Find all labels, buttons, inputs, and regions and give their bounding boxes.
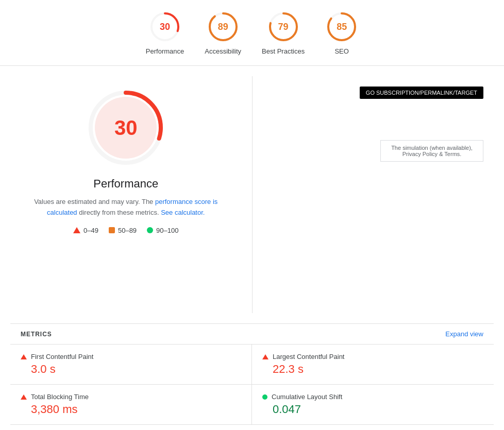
poor-status-icon-tbt [21, 394, 27, 400]
poor-status-icon-fcp [21, 354, 27, 359]
score-item-best-practices[interactable]: 79 Best Practices [262, 10, 305, 55]
score-value-performance: 30 [160, 22, 170, 32]
privacy-notice: The simulation (when available), Privacy… [380, 140, 483, 162]
average-icon [109, 227, 115, 233]
legend-label-good: 90–100 [156, 227, 178, 234]
score-label-accessibility: Accessibility [205, 47, 241, 55]
legend-label-poor: 0–49 [83, 227, 98, 234]
score-value-accessibility: 89 [218, 22, 228, 32]
score-item-accessibility[interactable]: 89 Accessibility [205, 10, 241, 55]
score-circle-accessibility: 89 [207, 10, 240, 43]
metric-name-tbt: Total Blocking Time [31, 393, 89, 401]
metric-value-lcp: 22.3 s [262, 363, 483, 376]
legend-label-average: 50–89 [118, 227, 137, 234]
score-item-performance[interactable]: 30 Performance [146, 10, 184, 55]
main-score-title: Performance [93, 177, 158, 191]
privacy-text: The simulation (when available), Privacy… [391, 145, 473, 157]
metric-header-lcp: Largest Contentful Paint [262, 353, 483, 360]
main-content: 30 Performance Values are estimated and … [0, 66, 504, 323]
good-status-icon-cls [262, 394, 267, 400]
metric-item-si: Speed Index 17.7 s [10, 425, 252, 430]
legend-item-good: 90–100 [147, 227, 178, 234]
metric-value-tbt: 3,380 ms [21, 403, 241, 416]
metric-item-cls: Cumulative Layout Shift 0.047 [252, 385, 494, 425]
metric-name-lcp: Largest Contentful Paint [273, 353, 344, 360]
right-panel: GO SUBSCRIPTION/PERMALINK/TARGET The sim… [253, 76, 505, 313]
ad-text: GO SUBSCRIPTION/PERMALINK/TARGET [366, 90, 477, 96]
ad-banner: GO SUBSCRIPTION/PERMALINK/TARGET [360, 87, 483, 99]
metric-value-fcp: 3.0 s [21, 363, 241, 376]
right-content: GO SUBSCRIPTION/PERMALINK/TARGET The sim… [273, 87, 484, 162]
metric-item-tbt: Total Blocking Time 3,380 ms [10, 385, 252, 425]
metric-header-fcp: First Contentful Paint [21, 353, 241, 360]
expand-view-button[interactable]: Expand view [445, 330, 483, 338]
legend-item-poor: 0–49 [73, 227, 98, 234]
score-item-seo[interactable]: 85 SEO [325, 10, 358, 55]
metric-header-cls: Cumulative Layout Shift [262, 393, 483, 401]
score-value-best-practices: 79 [278, 22, 289, 32]
metric-header-tbt: Total Blocking Time [21, 393, 241, 401]
metrics-grid: First Contentful Paint 3.0 s Largest Con… [10, 344, 494, 430]
score-label-seo: SEO [334, 47, 348, 55]
score-circle-performance: 30 [148, 10, 181, 43]
metric-item-lcp: Largest Contentful Paint 22.3 s [252, 345, 494, 385]
good-icon [147, 227, 153, 233]
main-score-circle: 30 [85, 87, 167, 169]
legend-item-average: 50–89 [109, 227, 137, 234]
top-scores-bar: 30 Performance 89 Accessibility 79 Best … [0, 0, 504, 66]
calculator-link[interactable]: See calculator. [161, 209, 205, 216]
metric-name-cls: Cumulative Layout Shift [272, 393, 342, 401]
metric-name-fcp: First Contentful Paint [31, 353, 93, 360]
left-panel: 30 Performance Values are estimated and … [0, 76, 253, 313]
metric-value-cls: 0.047 [262, 403, 483, 416]
main-score-value: 30 [114, 116, 138, 140]
metrics-header: METRICS Expand view [10, 323, 494, 344]
score-label-performance: Performance [146, 47, 184, 55]
legend: 0–49 50–89 90–100 [73, 227, 178, 234]
score-circle-best-practices: 79 [267, 10, 300, 43]
score-description: Values are estimated and may vary. The p… [28, 197, 224, 218]
score-label-best-practices: Best Practices [262, 47, 305, 55]
poor-icon [73, 227, 80, 233]
poor-status-icon-lcp [262, 354, 268, 359]
metrics-section: METRICS Expand view First Contentful Pai… [0, 323, 504, 430]
score-circle-seo: 85 [325, 10, 358, 43]
metrics-title: METRICS [21, 331, 52, 338]
metric-item-fcp: First Contentful Paint 3.0 s [10, 345, 252, 385]
score-value-seo: 85 [337, 22, 347, 32]
